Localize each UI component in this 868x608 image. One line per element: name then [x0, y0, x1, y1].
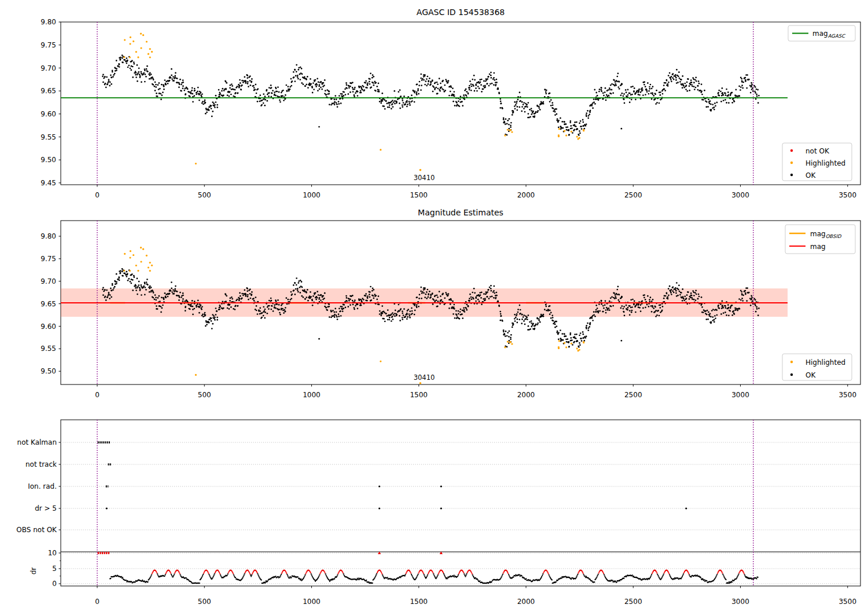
y-tick-label: 9.65 [41, 87, 56, 95]
x-tick-label: 3000 [731, 391, 749, 399]
dr-trace [109, 570, 759, 584]
middle-annotation-obsid: 30410 [414, 373, 435, 382]
axes-chart-2: 0500100015002000250030003500 [61, 420, 860, 606]
x-tick-label: 2500 [624, 598, 642, 606]
x-tick-label: 500 [198, 598, 211, 606]
legend-mag-obsid: magOBSID mag [785, 225, 855, 254]
x-tick-label: 2500 [624, 191, 642, 199]
dr-axis-label: dr [30, 567, 38, 575]
dr-tick-5: 5 [52, 565, 57, 573]
legend-label-ok: OK [806, 171, 816, 180]
flag-row-labels: not Kalman not track Ion. rad. dr > 5 OB… [16, 438, 57, 588]
legend-label-ok: OK [806, 371, 816, 379]
row-label-ion-rad: Ion. rad. [28, 482, 57, 490]
y-tick-label: 9.70 [41, 64, 56, 72]
x-tick-label: 3000 [731, 598, 749, 606]
magnitude-estimates-figure: 05001000150020002500300035009.459.509.55… [0, 0, 868, 608]
x-tick-label: 3000 [731, 191, 749, 199]
x-tick-label: 1500 [410, 191, 428, 199]
x-tick-label: 0 [95, 391, 100, 399]
y-tick-label: 9.80 [41, 18, 56, 26]
x-tick-label: 3500 [838, 391, 856, 399]
x-tick-label: 2000 [517, 391, 535, 399]
middle-chart-title: Magnitude Estimates [418, 208, 503, 217]
x-tick-label: 1000 [303, 391, 321, 399]
highlighted-dot-swatch [790, 361, 793, 363]
y-tick-label: 9.75 [41, 41, 56, 49]
top-annotation-obsid: 30410 [414, 174, 435, 182]
scatter-chart-0 [61, 22, 788, 185]
x-tick-label: 1500 [410, 598, 428, 606]
row-label-obs-not-ok: OBS not OK [16, 526, 57, 534]
highlighted-dot-swatch [790, 162, 793, 164]
figure-canvas: 05001000150020002500300035009.459.509.55… [0, 0, 868, 608]
row-label-dr-gt-5: dr > 5 [35, 504, 57, 512]
annotated-point [420, 169, 422, 171]
y-tick-label: 9.70 [41, 277, 56, 285]
scatter-chart-1 [61, 221, 788, 384]
legend-label-mag: mag [810, 243, 826, 251]
x-tick-label: 2000 [517, 191, 535, 199]
legend-label-highlighted: Highlighted [806, 358, 845, 367]
scatter-points-ok [102, 54, 760, 136]
ok-dot-swatch [790, 373, 793, 376]
not-ok-dot-swatch [790, 149, 793, 152]
y-tick-label: 9.45 [41, 179, 56, 187]
row-label-not-track: not track [25, 460, 57, 468]
y-tick-label: 9.60 [41, 110, 56, 118]
legend-status-middle: Highlighted OK [782, 354, 852, 380]
flags-chart [59, 420, 861, 586]
y-tick-label: 9.50 [41, 367, 56, 375]
y-tick-label: 9.55 [41, 133, 56, 141]
x-tick-label: 1500 [410, 391, 428, 399]
dr-tick-0: 0 [52, 580, 57, 588]
x-tick-label: 500 [198, 191, 211, 199]
legend-status-top: not OK Highlighted OK [782, 143, 852, 181]
x-tick-label: 1000 [303, 598, 321, 606]
chart-render-layer: 05001000150020002500300035009.459.509.55… [41, 18, 860, 606]
ok-dot-swatch [790, 174, 793, 176]
y-tick-label: 9.60 [41, 323, 56, 331]
legend-mag-agasc: magAGASC [788, 25, 855, 41]
x-tick-label: 2000 [517, 598, 535, 606]
y-tick-label: 9.80 [41, 232, 56, 240]
legend-label-highlighted: Highlighted [806, 159, 845, 167]
y-tick-label: 9.75 [41, 255, 56, 263]
top-chart-title: AGASC ID 154538368 [417, 8, 505, 17]
row-label-not-kalman: not Kalman [17, 438, 57, 446]
annotated-point [420, 382, 422, 384]
y-tick-label: 9.50 [41, 156, 56, 164]
x-tick-label: 1000 [303, 191, 321, 199]
y-tick-label: 9.55 [41, 345, 56, 353]
x-tick-label: 0 [95, 598, 100, 606]
y-tick-label: 9.65 [41, 300, 56, 308]
axes-chart-0: 05001000150020002500300035009.459.509.55… [41, 18, 860, 199]
legend-label-not-ok: not OK [806, 147, 830, 155]
scatter-points-highlighted [123, 33, 584, 165]
x-tick-label: 2500 [624, 391, 642, 399]
x-tick-label: 3500 [838, 598, 856, 606]
x-tick-label: 3500 [838, 191, 856, 199]
dr-tick-10: 10 [48, 549, 57, 557]
x-tick-label: 500 [198, 391, 211, 399]
x-tick-label: 0 [95, 191, 100, 199]
